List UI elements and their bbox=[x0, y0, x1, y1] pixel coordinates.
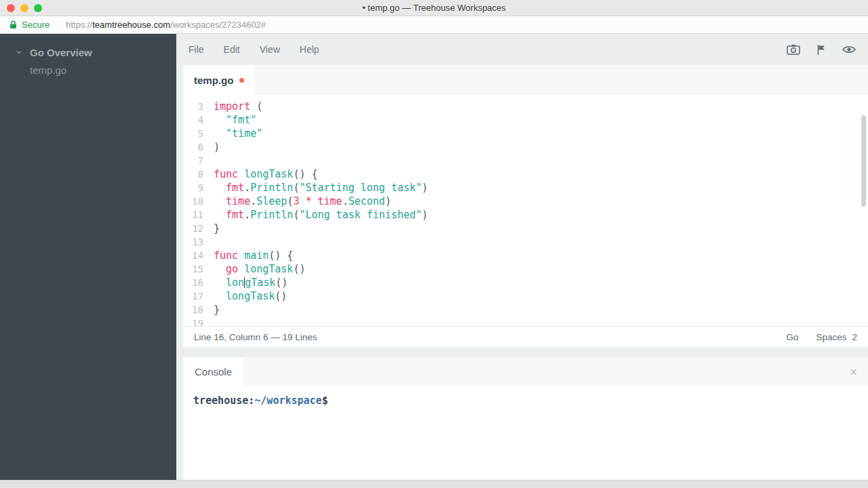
line-number: 4 bbox=[183, 113, 203, 127]
code-token: * bbox=[305, 195, 311, 207]
code-line[interactable]: longTask() bbox=[214, 276, 428, 289]
code-line[interactable] bbox=[214, 317, 428, 326]
tab-label: temp.go bbox=[194, 75, 233, 86]
code-line[interactable]: func longTask() { bbox=[214, 167, 428, 181]
code-line[interactable]: } bbox=[214, 303, 428, 317]
eye-icon[interactable] bbox=[842, 45, 856, 54]
unsaved-dot-icon bbox=[239, 78, 244, 83]
code-token: ( bbox=[250, 100, 262, 113]
line-number: 10 bbox=[183, 195, 203, 208]
window-titlebar: • temp.go — Treehouse Workspaces bbox=[0, 0, 868, 16]
menu-item-view[interactable]: View bbox=[260, 44, 280, 55]
url-scheme: https:// bbox=[66, 20, 92, 30]
sidebar-item-temp-go[interactable]: temp.go bbox=[0, 61, 176, 79]
code-token bbox=[214, 209, 226, 221]
line-number: 11 bbox=[183, 208, 203, 222]
sidebar-item-label: temp.go bbox=[30, 64, 66, 76]
code-token: ) bbox=[422, 209, 428, 221]
code-line[interactable]: import ( bbox=[214, 100, 428, 113]
line-number: 6 bbox=[183, 140, 203, 154]
window-title: • temp.go — Treehouse Workspaces bbox=[362, 3, 506, 13]
code-line[interactable]: ) bbox=[214, 140, 428, 154]
code-token: ) bbox=[422, 182, 428, 194]
editor-scrollbar[interactable] bbox=[861, 115, 866, 207]
code-token: . bbox=[342, 195, 349, 207]
code-token: () { bbox=[293, 168, 317, 180]
code-line[interactable]: time.Sleep(3 * time.Second) bbox=[214, 195, 428, 208]
language-mode-button[interactable]: Go bbox=[786, 332, 798, 342]
code-token: func bbox=[214, 168, 238, 180]
window-bottom-edge bbox=[0, 480, 868, 488]
close-window-button[interactable] bbox=[7, 4, 15, 12]
secure-label: Secure bbox=[22, 20, 50, 30]
code-line[interactable] bbox=[214, 154, 428, 167]
code-token: "Long task finished" bbox=[299, 209, 422, 221]
url-domain: teamtreehouse.com bbox=[92, 20, 170, 30]
menubar: FileEditViewHelp bbox=[183, 34, 868, 65]
code-token: Println bbox=[250, 182, 293, 194]
prompt-path: ~/workspace bbox=[254, 394, 321, 407]
menu-item-edit[interactable]: Edit bbox=[224, 44, 240, 55]
close-console-icon[interactable]: × bbox=[850, 365, 857, 378]
code-line[interactable]: "fmt" bbox=[214, 113, 428, 127]
code-token: "fmt" bbox=[226, 114, 256, 126]
code-line[interactable] bbox=[214, 235, 428, 249]
code-line[interactable]: } bbox=[214, 222, 428, 235]
menu-item-file[interactable]: File bbox=[189, 44, 204, 55]
code-token: import bbox=[214, 100, 250, 113]
zoom-window-button[interactable] bbox=[34, 4, 42, 12]
menu-item-help[interactable]: Help bbox=[300, 44, 319, 55]
code-line[interactable]: fmt.Println("Starting long task") bbox=[214, 181, 428, 195]
tab-temp-go[interactable]: temp.go bbox=[183, 65, 255, 95]
line-number: 9 bbox=[183, 181, 203, 195]
camera-icon[interactable] bbox=[787, 44, 800, 55]
code-token bbox=[312, 195, 318, 207]
sidebar-item-go-overview[interactable]: Go Overview bbox=[0, 43, 176, 61]
line-number: 7 bbox=[183, 154, 203, 167]
code-token: func bbox=[214, 249, 238, 262]
workspace-app: Go Overviewtemp.go FileEditViewHelp temp… bbox=[0, 34, 868, 480]
status-bar: Line 16, Column 6 — 19 Lines Go Spaces 2 bbox=[183, 326, 868, 347]
code-line[interactable]: go longTask() bbox=[214, 262, 428, 276]
code-token bbox=[214, 127, 226, 140]
code-token: () { bbox=[269, 249, 293, 262]
terminal-prompt: treehouse:~/workspace$ bbox=[193, 394, 328, 407]
code-line[interactable]: "time" bbox=[214, 127, 428, 140]
code-line[interactable]: fmt.Println("Long task finished") bbox=[214, 208, 428, 222]
code-token: fmt bbox=[226, 209, 244, 221]
indent-value: 2 bbox=[852, 332, 857, 342]
code-token: Second bbox=[349, 195, 385, 207]
code-token: fmt bbox=[226, 182, 244, 194]
code-token: longTask bbox=[226, 290, 275, 302]
file-tree-sidebar: Go Overviewtemp.go bbox=[0, 34, 176, 480]
menubar-items: FileEditViewHelp bbox=[189, 44, 339, 55]
tab-console[interactable]: Console bbox=[183, 357, 243, 386]
code-token: "time" bbox=[226, 127, 262, 140]
code-token: () bbox=[275, 290, 287, 302]
address-bar[interactable]: Secure https://teamtreehouse.com/workspa… bbox=[0, 16, 868, 34]
minimize-window-button[interactable] bbox=[20, 4, 28, 12]
code-token: . bbox=[250, 195, 256, 207]
code-line[interactable]: longTask() bbox=[214, 289, 428, 303]
code-token: ) bbox=[214, 141, 220, 153]
menubar-icons bbox=[787, 44, 856, 56]
terminal[interactable]: treehouse:~/workspace$ bbox=[183, 386, 868, 480]
code-token: time bbox=[318, 195, 342, 207]
chevron-down-icon bbox=[15, 49, 23, 56]
code-token: "Starting long task" bbox=[299, 182, 422, 194]
line-number: 17 bbox=[183, 289, 203, 303]
line-number: 19 bbox=[183, 317, 203, 326]
url-path: /workspaces/27234602# bbox=[170, 20, 266, 30]
code-line[interactable]: func main() { bbox=[214, 249, 428, 262]
code-token: longTask bbox=[244, 168, 293, 180]
indent-setting-button[interactable]: Spaces 2 bbox=[816, 332, 857, 342]
flag-icon[interactable] bbox=[816, 44, 826, 56]
code-token: Sleep bbox=[256, 195, 287, 207]
code-lines: import ( "fmt" "time")func longTask() { … bbox=[203, 95, 428, 326]
code-token bbox=[214, 277, 226, 289]
line-number: 14 bbox=[183, 249, 203, 262]
traffic-lights bbox=[7, 0, 42, 16]
code-editor[interactable]: 345678910111213141516171819 import ( "fm… bbox=[183, 95, 868, 326]
sidebar-list: Go Overviewtemp.go bbox=[0, 43, 176, 79]
code-token: } bbox=[214, 222, 220, 235]
